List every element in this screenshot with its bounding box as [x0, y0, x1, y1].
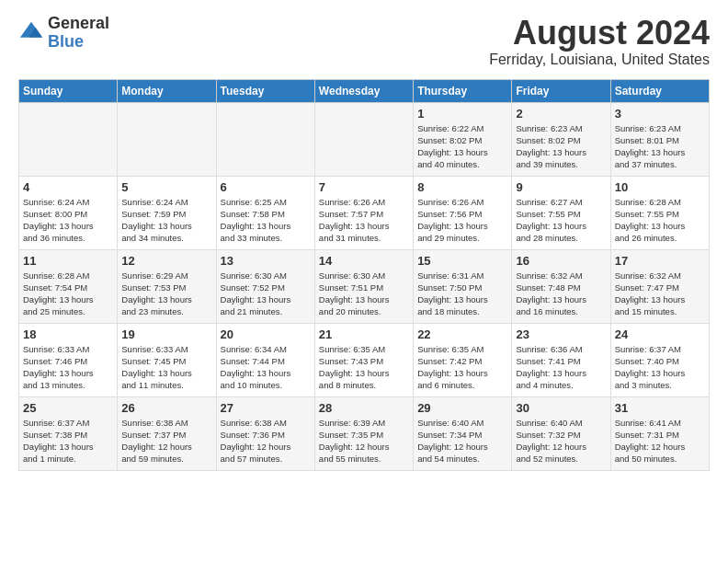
table-row: 18Sunrise: 6:33 AM Sunset: 7:46 PM Dayli… [19, 323, 118, 396]
logo-line2: Blue [48, 33, 109, 52]
day-info: Sunrise: 6:38 AM Sunset: 7:36 PM Dayligh… [221, 417, 311, 465]
calendar-subtitle: Ferriday, Louisiana, United States [489, 52, 710, 68]
page-header: General Blue August 2024 Ferriday, Louis… [18, 15, 710, 68]
table-row: 19Sunrise: 6:33 AM Sunset: 7:45 PM Dayli… [118, 323, 216, 396]
day-number: 8 [417, 180, 507, 194]
day-info: Sunrise: 6:28 AM Sunset: 7:54 PM Dayligh… [23, 270, 113, 318]
table-row: 16Sunrise: 6:32 AM Sunset: 7:48 PM Dayli… [512, 249, 610, 323]
header-tuesday: Tuesday [216, 79, 314, 102]
day-number: 30 [516, 401, 606, 415]
table-row: 20Sunrise: 6:34 AM Sunset: 7:44 PM Dayli… [216, 323, 314, 396]
header-sunday: Sunday [19, 79, 118, 102]
table-row: 27Sunrise: 6:38 AM Sunset: 7:36 PM Dayli… [216, 396, 314, 470]
day-number: 12 [121, 254, 211, 268]
day-info: Sunrise: 6:39 AM Sunset: 7:35 PM Dayligh… [319, 417, 409, 465]
day-info: Sunrise: 6:27 AM Sunset: 7:55 PM Dayligh… [516, 196, 606, 245]
weekday-header-row: Sunday Monday Tuesday Wednesday Thursday… [19, 79, 710, 102]
day-number: 11 [23, 254, 113, 268]
day-info: Sunrise: 6:38 AM Sunset: 7:37 PM Dayligh… [121, 417, 211, 465]
day-number: 24 [615, 327, 705, 341]
table-row: 1Sunrise: 6:22 AM Sunset: 8:02 PM Daylig… [414, 102, 512, 176]
day-number: 19 [121, 327, 211, 341]
table-row: 17Sunrise: 6:32 AM Sunset: 7:47 PM Dayli… [610, 249, 709, 323]
day-info: Sunrise: 6:35 AM Sunset: 7:42 PM Dayligh… [417, 343, 507, 392]
day-number: 10 [615, 180, 705, 194]
day-number: 27 [221, 401, 311, 415]
day-number: 23 [516, 327, 606, 341]
table-row: 6Sunrise: 6:25 AM Sunset: 7:58 PM Daylig… [216, 176, 314, 249]
day-info: Sunrise: 6:37 AM Sunset: 7:38 PM Dayligh… [23, 417, 113, 465]
table-row [216, 102, 314, 176]
day-number: 4 [23, 180, 113, 194]
calendar-week-row: 25Sunrise: 6:37 AM Sunset: 7:38 PM Dayli… [19, 396, 710, 470]
table-row: 21Sunrise: 6:35 AM Sunset: 7:43 PM Dayli… [314, 323, 413, 396]
table-row: 7Sunrise: 6:26 AM Sunset: 7:57 PM Daylig… [314, 176, 413, 249]
day-number: 3 [615, 107, 705, 121]
day-number: 18 [23, 327, 113, 341]
day-number: 20 [221, 327, 311, 341]
logo-line1: General [48, 15, 109, 33]
day-info: Sunrise: 6:26 AM Sunset: 7:56 PM Dayligh… [417, 196, 507, 245]
day-info: Sunrise: 6:34 AM Sunset: 7:44 PM Dayligh… [221, 343, 311, 392]
day-info: Sunrise: 6:26 AM Sunset: 7:57 PM Dayligh… [319, 196, 409, 245]
day-number: 6 [221, 180, 311, 194]
day-number: 9 [516, 180, 606, 194]
day-number: 21 [319, 327, 409, 341]
day-info: Sunrise: 6:29 AM Sunset: 7:53 PM Dayligh… [121, 270, 211, 318]
day-number: 25 [23, 401, 113, 415]
logo: General Blue [18, 15, 109, 52]
calendar-week-row: 18Sunrise: 6:33 AM Sunset: 7:46 PM Dayli… [19, 323, 710, 396]
day-number: 14 [319, 254, 409, 268]
calendar-title: August 2024 [489, 15, 710, 52]
day-number: 1 [417, 107, 507, 121]
table-row: 30Sunrise: 6:40 AM Sunset: 7:32 PM Dayli… [512, 396, 610, 470]
table-row: 25Sunrise: 6:37 AM Sunset: 7:38 PM Dayli… [19, 396, 118, 470]
table-row: 10Sunrise: 6:28 AM Sunset: 7:55 PM Dayli… [610, 176, 709, 249]
table-row: 4Sunrise: 6:24 AM Sunset: 8:00 PM Daylig… [19, 176, 118, 249]
header-friday: Friday [512, 79, 610, 102]
table-row: 31Sunrise: 6:41 AM Sunset: 7:31 PM Dayli… [610, 396, 709, 470]
day-number: 28 [319, 401, 409, 415]
day-info: Sunrise: 6:28 AM Sunset: 7:55 PM Dayligh… [615, 196, 705, 245]
day-info: Sunrise: 6:32 AM Sunset: 7:48 PM Dayligh… [516, 270, 606, 318]
day-number: 26 [121, 401, 211, 415]
day-info: Sunrise: 6:31 AM Sunset: 7:50 PM Dayligh… [417, 270, 507, 318]
day-info: Sunrise: 6:33 AM Sunset: 7:46 PM Dayligh… [23, 343, 113, 392]
table-row [118, 102, 216, 176]
logo-icon [18, 20, 44, 46]
day-info: Sunrise: 6:32 AM Sunset: 7:47 PM Dayligh… [615, 270, 705, 318]
table-row: 12Sunrise: 6:29 AM Sunset: 7:53 PM Dayli… [118, 249, 216, 323]
day-info: Sunrise: 6:36 AM Sunset: 7:41 PM Dayligh… [516, 343, 606, 392]
table-row: 26Sunrise: 6:38 AM Sunset: 7:37 PM Dayli… [118, 396, 216, 470]
table-row: 8Sunrise: 6:26 AM Sunset: 7:56 PM Daylig… [414, 176, 512, 249]
day-info: Sunrise: 6:40 AM Sunset: 7:34 PM Dayligh… [417, 417, 507, 465]
day-info: Sunrise: 6:40 AM Sunset: 7:32 PM Dayligh… [516, 417, 606, 465]
table-row: 9Sunrise: 6:27 AM Sunset: 7:55 PM Daylig… [512, 176, 610, 249]
table-row: 13Sunrise: 6:30 AM Sunset: 7:52 PM Dayli… [216, 249, 314, 323]
table-row: 5Sunrise: 6:24 AM Sunset: 7:59 PM Daylig… [118, 176, 216, 249]
calendar-week-row: 1Sunrise: 6:22 AM Sunset: 8:02 PM Daylig… [19, 102, 710, 176]
day-number: 31 [615, 401, 705, 415]
table-row: 23Sunrise: 6:36 AM Sunset: 7:41 PM Dayli… [512, 323, 610, 396]
day-info: Sunrise: 6:23 AM Sunset: 8:02 PM Dayligh… [516, 122, 606, 171]
day-info: Sunrise: 6:37 AM Sunset: 7:40 PM Dayligh… [615, 343, 705, 392]
calendar-week-row: 11Sunrise: 6:28 AM Sunset: 7:54 PM Dayli… [19, 249, 710, 323]
day-info: Sunrise: 6:24 AM Sunset: 8:00 PM Dayligh… [23, 196, 113, 245]
day-info: Sunrise: 6:33 AM Sunset: 7:45 PM Dayligh… [121, 343, 211, 392]
table-row [19, 102, 118, 176]
calendar-table: Sunday Monday Tuesday Wednesday Thursday… [18, 79, 710, 471]
table-row: 11Sunrise: 6:28 AM Sunset: 7:54 PM Dayli… [19, 249, 118, 323]
header-saturday: Saturday [610, 79, 709, 102]
day-info: Sunrise: 6:24 AM Sunset: 7:59 PM Dayligh… [121, 196, 211, 245]
day-info: Sunrise: 6:30 AM Sunset: 7:51 PM Dayligh… [319, 270, 409, 318]
day-number: 22 [417, 327, 507, 341]
day-number: 29 [417, 401, 507, 415]
calendar-week-row: 4Sunrise: 6:24 AM Sunset: 8:00 PM Daylig… [19, 176, 710, 249]
day-info: Sunrise: 6:41 AM Sunset: 7:31 PM Dayligh… [615, 417, 705, 465]
header-monday: Monday [118, 79, 216, 102]
day-info: Sunrise: 6:35 AM Sunset: 7:43 PM Dayligh… [319, 343, 409, 392]
day-info: Sunrise: 6:23 AM Sunset: 8:01 PM Dayligh… [615, 122, 705, 171]
table-row: 14Sunrise: 6:30 AM Sunset: 7:51 PM Dayli… [314, 249, 413, 323]
day-number: 17 [615, 254, 705, 268]
day-info: Sunrise: 6:30 AM Sunset: 7:52 PM Dayligh… [221, 270, 311, 318]
